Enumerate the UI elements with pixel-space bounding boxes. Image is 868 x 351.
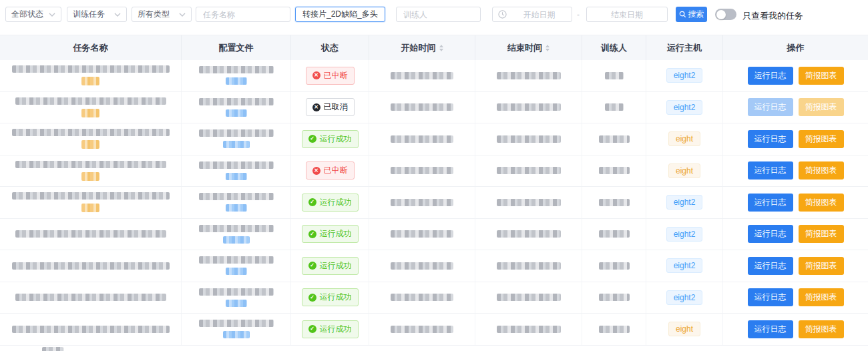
status-badge: ✓ 运行成功 xyxy=(302,194,359,212)
redacted-config-link[interactable] xyxy=(226,204,247,212)
redacted-start-time xyxy=(391,230,453,238)
column-label: 任务名称 xyxy=(73,42,108,54)
task-name-input[interactable] xyxy=(196,7,290,21)
redacted-task-name xyxy=(15,294,166,301)
cell-end-time xyxy=(475,187,582,218)
report-chart-button[interactable]: 简报图表 xyxy=(799,288,844,306)
cell-task-name xyxy=(0,123,182,155)
status-filter-select[interactable]: 全部状态 xyxy=(5,7,61,22)
redacted-task-tag xyxy=(81,77,99,85)
redacted-config-name xyxy=(199,193,274,200)
status-label: 运行成功 xyxy=(320,133,352,145)
report-chart-button[interactable]: 简报图表 xyxy=(799,98,844,116)
redacted-trainer xyxy=(599,167,630,174)
run-log-button[interactable]: 运行日志 xyxy=(748,161,793,180)
status-icon: ✕ xyxy=(312,71,320,79)
redacted-config-link[interactable] xyxy=(223,331,250,338)
sort-icon[interactable] xyxy=(439,45,443,51)
col-task-name: 任务名称 xyxy=(0,35,182,60)
redacted-end-time xyxy=(497,167,561,174)
report-chart-button[interactable]: 简报图表 xyxy=(799,225,844,243)
redacted-config-link[interactable] xyxy=(226,77,247,85)
redacted-task-name xyxy=(12,192,170,200)
cell-start-time xyxy=(369,187,475,218)
cell-trainer xyxy=(582,60,646,91)
cell-task-name xyxy=(0,60,182,91)
redacted-config-name xyxy=(199,66,274,73)
cell-actions: 运行日志 简报图表 xyxy=(723,282,868,314)
table-row: ✕ 已中断 eight2 运行日志 简报图表 xyxy=(0,60,868,92)
table-body: ✕ 已中断 eight2 运行日志 简报图表 xyxy=(0,60,868,351)
table-row-partial xyxy=(0,346,868,351)
redacted-start-time xyxy=(391,326,453,333)
run-log-button[interactable]: 运行日志 xyxy=(748,98,793,116)
run-log-button[interactable]: 运行日志 xyxy=(748,194,793,212)
redacted-trainer xyxy=(599,230,630,238)
cell-start-time xyxy=(369,60,475,91)
keyword-field xyxy=(295,7,385,22)
redacted-config-link[interactable] xyxy=(226,109,247,117)
redacted-config-link[interactable] xyxy=(226,268,247,275)
redacted-config-link[interactable] xyxy=(223,236,250,244)
status-badge: ✓ 运行成功 xyxy=(302,288,359,306)
redacted-trainer xyxy=(599,135,630,143)
redacted-config-name xyxy=(199,225,274,232)
cell-config-file xyxy=(182,219,291,250)
end-date-input[interactable] xyxy=(587,7,667,21)
cell-status: ✓ 运行成功 xyxy=(291,314,369,345)
col-trainer: 训练人 xyxy=(582,35,646,60)
report-chart-button[interactable]: 简报图表 xyxy=(799,320,844,338)
table-row: ✓ 运行成功 eight 运行日志 简报图表 xyxy=(0,314,868,346)
table-row: ✓ 运行成功 eight 运行日志 简报图表 xyxy=(0,123,868,155)
sort-icon[interactable] xyxy=(546,45,550,51)
col-start-time[interactable]: 开始时间 xyxy=(369,35,475,60)
cell-trainer xyxy=(582,123,646,155)
cell-end-time xyxy=(475,92,582,123)
cell-status: ✓ 运行成功 xyxy=(291,219,369,250)
run-log-button[interactable]: 运行日志 xyxy=(748,225,793,243)
run-log-button[interactable]: 运行日志 xyxy=(748,67,793,85)
report-chart-button[interactable]: 简报图表 xyxy=(799,161,844,180)
report-chart-button[interactable]: 简报图表 xyxy=(799,130,844,148)
cell-task-name xyxy=(0,282,182,314)
cell-host: eight2 xyxy=(646,219,723,250)
status-icon: ✓ xyxy=(308,262,316,270)
cell-config-file xyxy=(182,123,291,155)
col-actions: 操作 xyxy=(723,35,868,60)
keyword-input[interactable] xyxy=(296,7,385,21)
run-log-button[interactable]: 运行日志 xyxy=(748,288,793,306)
chevron-down-icon xyxy=(179,13,186,17)
col-host: 运行主机 xyxy=(646,35,723,60)
my-tasks-toggle[interactable] xyxy=(715,9,736,20)
redacted-config-link[interactable] xyxy=(226,173,247,180)
run-log-button[interactable]: 运行日志 xyxy=(748,320,793,338)
cell-host: eight2 xyxy=(646,60,723,91)
cell-host: eight xyxy=(646,314,723,345)
redacted-end-time xyxy=(497,262,561,270)
report-chart-button[interactable]: 简报图表 xyxy=(799,257,844,275)
redacted-trainer xyxy=(599,326,630,333)
report-chart-button[interactable]: 简报图表 xyxy=(799,194,844,212)
report-chart-button[interactable]: 简报图表 xyxy=(799,67,844,85)
redacted-config-link[interactable] xyxy=(223,141,250,148)
col-end-time[interactable]: 结束时间 xyxy=(475,35,582,60)
cell-actions: 运行日志 简报图表 xyxy=(723,123,868,155)
category-filter-select[interactable]: 所有类型 xyxy=(132,7,192,22)
cell-actions: 运行日志 简报图表 xyxy=(723,187,868,218)
trainer-input[interactable] xyxy=(397,7,480,21)
cell-start-time xyxy=(369,219,475,250)
cell-end-time xyxy=(475,155,582,187)
run-log-button[interactable]: 运行日志 xyxy=(748,257,793,275)
end-date-field[interactable] xyxy=(586,7,668,22)
cell-config-file xyxy=(182,155,291,187)
run-log-button[interactable]: 运行日志 xyxy=(748,130,793,148)
table-header: 任务名称 配置文件 状态 开始时间 结束时间 训练人 运行主机 操作 xyxy=(0,35,868,60)
redacted-config-link[interactable] xyxy=(226,300,247,307)
status-label: 已取消 xyxy=(324,101,348,113)
task-type-filter-select[interactable]: 训练任务 xyxy=(67,7,127,22)
host-tag: eight2 xyxy=(666,100,703,115)
start-date-input[interactable] xyxy=(507,7,572,21)
start-date-field[interactable] xyxy=(492,7,572,22)
cell-actions: 运行日志 简报图表 xyxy=(723,155,868,187)
search-button[interactable]: 搜索 xyxy=(676,7,707,22)
